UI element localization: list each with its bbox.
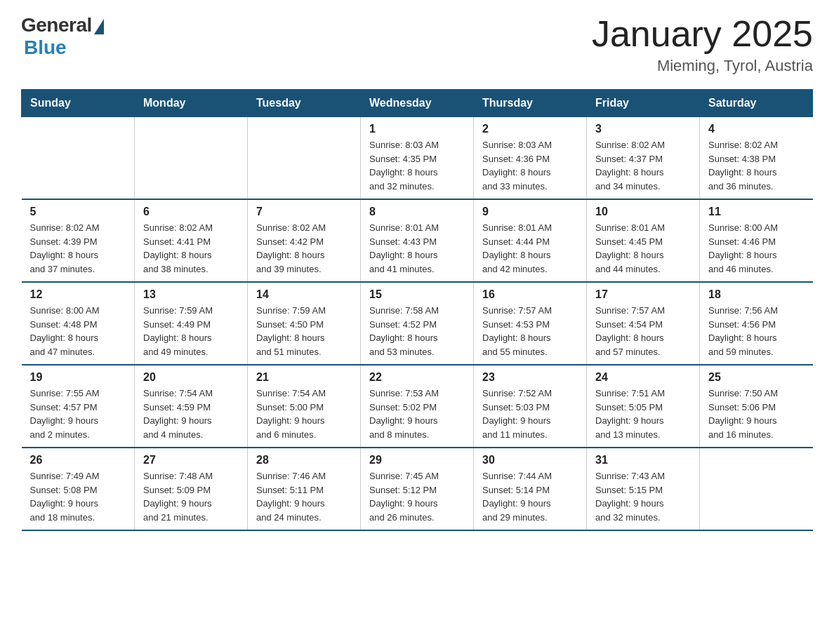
calendar-table: SundayMondayTuesdayWednesdayThursdayFrid… <box>21 89 813 531</box>
day-info: Sunrise: 7:58 AMSunset: 4:52 PMDaylight:… <box>369 304 465 358</box>
calendar-cell-w4-d5: 23Sunrise: 7:52 AMSunset: 5:03 PMDayligh… <box>474 365 587 448</box>
day-info: Sunrise: 8:01 AMSunset: 4:45 PMDaylight:… <box>595 221 691 276</box>
calendar-cell-w2-d3: 7Sunrise: 8:02 AMSunset: 4:42 PMDaylight… <box>248 199 361 282</box>
day-number: 6 <box>143 206 239 218</box>
weekday-header-row: SundayMondayTuesdayWednesdayThursdayFrid… <box>22 90 813 117</box>
page-header: General Blue January 2025 Mieming, Tyrol… <box>21 14 813 75</box>
calendar-cell-w2-d7: 11Sunrise: 8:00 AMSunset: 4:46 PMDayligh… <box>700 199 813 282</box>
day-info: Sunrise: 7:51 AMSunset: 5:05 PMDaylight:… <box>595 387 691 441</box>
day-number: 20 <box>143 371 239 384</box>
day-info: Sunrise: 7:57 AMSunset: 4:54 PMDaylight:… <box>595 304 691 358</box>
day-number: 25 <box>708 371 805 384</box>
day-info: Sunrise: 7:49 AMSunset: 5:08 PMDaylight:… <box>30 469 126 524</box>
day-info: Sunrise: 7:45 AMSunset: 5:12 PMDaylight:… <box>369 469 465 524</box>
day-number: 14 <box>256 288 352 301</box>
calendar-week-3: 12Sunrise: 8:00 AMSunset: 4:48 PMDayligh… <box>22 282 813 365</box>
day-number: 27 <box>143 454 239 467</box>
day-number: 30 <box>482 454 578 467</box>
day-info: Sunrise: 7:54 AMSunset: 4:59 PMDaylight:… <box>143 387 239 441</box>
calendar-cell-w5-d2: 27Sunrise: 7:48 AMSunset: 5:09 PMDayligh… <box>135 448 248 530</box>
title-section: January 2025 Mieming, Tyrol, Austria <box>592 14 813 75</box>
logo: General Blue <box>21 14 104 59</box>
day-info: Sunrise: 7:55 AMSunset: 4:57 PMDaylight:… <box>30 387 126 441</box>
day-info: Sunrise: 7:48 AMSunset: 5:09 PMDaylight:… <box>143 469 239 524</box>
day-number: 24 <box>595 371 691 384</box>
weekday-header-friday: Friday <box>587 90 700 117</box>
calendar-cell-w2-d2: 6Sunrise: 8:02 AMSunset: 4:41 PMDaylight… <box>135 199 248 282</box>
day-info: Sunrise: 7:44 AMSunset: 5:14 PMDaylight:… <box>482 469 578 524</box>
day-info: Sunrise: 7:57 AMSunset: 4:53 PMDaylight:… <box>482 304 578 358</box>
day-number: 7 <box>256 206 352 218</box>
logo-triangle-icon <box>94 19 104 34</box>
page-title: January 2025 <box>592 14 813 54</box>
day-info: Sunrise: 8:02 AMSunset: 4:39 PMDaylight:… <box>30 221 126 276</box>
calendar-cell-w5-d1: 26Sunrise: 7:49 AMSunset: 5:08 PMDayligh… <box>22 448 135 530</box>
calendar-cell-w1-d7: 4Sunrise: 8:02 AMSunset: 4:38 PMDaylight… <box>700 117 813 200</box>
calendar-cell-w1-d4: 1Sunrise: 8:03 AMSunset: 4:35 PMDaylight… <box>361 117 474 200</box>
calendar-cell-w4-d6: 24Sunrise: 7:51 AMSunset: 5:05 PMDayligh… <box>587 365 700 448</box>
day-info: Sunrise: 8:01 AMSunset: 4:44 PMDaylight:… <box>482 221 578 276</box>
calendar-cell-w2-d1: 5Sunrise: 8:02 AMSunset: 4:39 PMDaylight… <box>22 199 135 282</box>
calendar-cell-w4-d1: 19Sunrise: 7:55 AMSunset: 4:57 PMDayligh… <box>22 365 135 448</box>
day-number: 29 <box>369 454 465 467</box>
day-info: Sunrise: 7:53 AMSunset: 5:02 PMDaylight:… <box>369 387 465 441</box>
day-number: 9 <box>482 206 578 218</box>
day-number: 8 <box>369 206 465 218</box>
calendar-cell-w5-d5: 30Sunrise: 7:44 AMSunset: 5:14 PMDayligh… <box>474 448 587 530</box>
day-info: Sunrise: 7:59 AMSunset: 4:50 PMDaylight:… <box>256 304 352 358</box>
calendar-cell-w3-d4: 15Sunrise: 7:58 AMSunset: 4:52 PMDayligh… <box>361 282 474 365</box>
calendar-cell-w5-d6: 31Sunrise: 7:43 AMSunset: 5:15 PMDayligh… <box>587 448 700 530</box>
day-info: Sunrise: 7:59 AMSunset: 4:49 PMDaylight:… <box>143 304 239 358</box>
calendar-cell-w1-d1 <box>22 117 135 200</box>
day-number: 13 <box>143 288 239 301</box>
calendar-cell-w5-d4: 29Sunrise: 7:45 AMSunset: 5:12 PMDayligh… <box>361 448 474 530</box>
weekday-header-saturday: Saturday <box>700 90 813 117</box>
day-info: Sunrise: 7:50 AMSunset: 5:06 PMDaylight:… <box>708 387 805 441</box>
day-number: 2 <box>482 123 578 135</box>
calendar-cell-w3-d6: 17Sunrise: 7:57 AMSunset: 4:54 PMDayligh… <box>587 282 700 365</box>
day-number: 1 <box>369 123 465 135</box>
day-info: Sunrise: 8:00 AMSunset: 4:48 PMDaylight:… <box>30 304 126 358</box>
day-number: 11 <box>708 206 805 218</box>
calendar-week-1: 1Sunrise: 8:03 AMSunset: 4:35 PMDaylight… <box>22 117 813 200</box>
calendar-cell-w2-d4: 8Sunrise: 8:01 AMSunset: 4:43 PMDaylight… <box>361 199 474 282</box>
day-number: 28 <box>256 454 352 467</box>
day-number: 10 <box>595 206 691 218</box>
calendar-cell-w5-d3: 28Sunrise: 7:46 AMSunset: 5:11 PMDayligh… <box>248 448 361 530</box>
calendar-cell-w3-d1: 12Sunrise: 8:00 AMSunset: 4:48 PMDayligh… <box>22 282 135 365</box>
day-number: 5 <box>30 206 126 218</box>
calendar-body: 1Sunrise: 8:03 AMSunset: 4:35 PMDaylight… <box>22 117 813 531</box>
day-info: Sunrise: 8:01 AMSunset: 4:43 PMDaylight:… <box>369 221 465 276</box>
day-number: 22 <box>369 371 465 384</box>
day-info: Sunrise: 8:02 AMSunset: 4:38 PMDaylight:… <box>708 138 805 193</box>
day-info: Sunrise: 8:03 AMSunset: 4:36 PMDaylight:… <box>482 138 578 193</box>
calendar-cell-w3-d2: 13Sunrise: 7:59 AMSunset: 4:49 PMDayligh… <box>135 282 248 365</box>
calendar-cell-w3-d7: 18Sunrise: 7:56 AMSunset: 4:56 PMDayligh… <box>700 282 813 365</box>
logo-blue-text: Blue <box>24 36 67 59</box>
calendar-cell-w1-d3 <box>248 117 361 200</box>
day-number: 19 <box>30 371 126 384</box>
calendar-cell-w5-d7 <box>700 448 813 530</box>
weekday-header-tuesday: Tuesday <box>248 90 361 117</box>
calendar-cell-w3-d3: 14Sunrise: 7:59 AMSunset: 4:50 PMDayligh… <box>248 282 361 365</box>
day-number: 15 <box>369 288 465 301</box>
day-info: Sunrise: 8:02 AMSunset: 4:37 PMDaylight:… <box>595 138 691 193</box>
day-number: 4 <box>708 123 805 135</box>
calendar-cell-w2-d5: 9Sunrise: 8:01 AMSunset: 4:44 PMDaylight… <box>474 199 587 282</box>
calendar-cell-w4-d3: 21Sunrise: 7:54 AMSunset: 5:00 PMDayligh… <box>248 365 361 448</box>
day-number: 17 <box>595 288 691 301</box>
day-number: 26 <box>30 454 126 467</box>
day-info: Sunrise: 8:02 AMSunset: 4:42 PMDaylight:… <box>256 221 352 276</box>
day-number: 12 <box>30 288 126 301</box>
day-number: 31 <box>595 454 691 467</box>
day-info: Sunrise: 8:02 AMSunset: 4:41 PMDaylight:… <box>143 221 239 276</box>
day-info: Sunrise: 8:00 AMSunset: 4:46 PMDaylight:… <box>708 221 805 276</box>
calendar-cell-w1-d6: 3Sunrise: 8:02 AMSunset: 4:37 PMDaylight… <box>587 117 700 200</box>
calendar-week-2: 5Sunrise: 8:02 AMSunset: 4:39 PMDaylight… <box>22 199 813 282</box>
calendar-cell-w2-d6: 10Sunrise: 8:01 AMSunset: 4:45 PMDayligh… <box>587 199 700 282</box>
weekday-header-monday: Monday <box>135 90 248 117</box>
weekday-header-wednesday: Wednesday <box>361 90 474 117</box>
day-number: 18 <box>708 288 805 301</box>
calendar-cell-w1-d5: 2Sunrise: 8:03 AMSunset: 4:36 PMDaylight… <box>474 117 587 200</box>
calendar-week-5: 26Sunrise: 7:49 AMSunset: 5:08 PMDayligh… <box>22 448 813 530</box>
